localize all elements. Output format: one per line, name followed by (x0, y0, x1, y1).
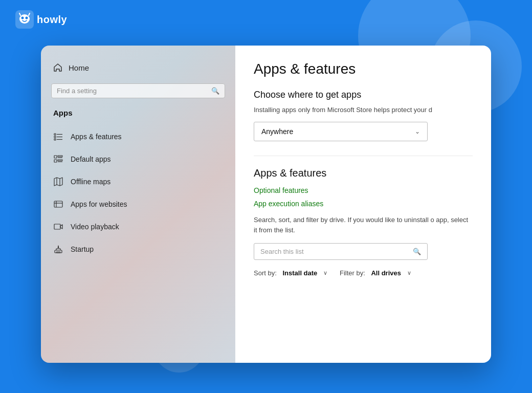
sidebar-item-offline-maps[interactable]: Offline maps (41, 170, 235, 193)
dropdown-chevron-icon: ⌄ (415, 128, 420, 135)
apps-websites-icon (53, 199, 63, 209)
filter-by-value: All drives (371, 269, 401, 277)
main-content: Apps & features Choose where to get apps… (235, 46, 491, 363)
sidebar-item-apps-websites[interactable]: Apps for websites (41, 193, 235, 215)
filter-by-label: Filter by: (340, 269, 365, 277)
search-list-icon: 🔍 (413, 248, 421, 255)
svg-rect-10 (54, 156, 57, 158)
page-title: Apps & features (254, 61, 473, 77)
settings-search-input[interactable] (57, 87, 207, 95)
settings-search-box[interactable]: 🔍 (51, 83, 225, 98)
sidebar-item-offline-maps-label: Offline maps (71, 178, 110, 186)
svg-rect-24 (56, 252, 60, 253)
optional-features-link[interactable]: Optional features (254, 186, 473, 194)
search-list-input[interactable] (260, 248, 409, 255)
search-sort-filter-description: Search, sort, and filter by drive. If yo… (254, 215, 473, 235)
svg-rect-13 (54, 160, 57, 162)
apps-source-dropdown[interactable]: Anywhere ⌄ (254, 122, 428, 141)
sidebar-item-startup[interactable]: Startup (41, 238, 235, 260)
section-divider (254, 156, 473, 156)
svg-rect-19 (54, 201, 62, 207)
howly-logo-icon (15, 10, 34, 29)
sidebar-item-apps-features[interactable]: Apps & features (41, 125, 235, 148)
sort-by-label: Sort by: (254, 269, 277, 277)
top-bar: howly (15, 10, 67, 29)
home-label: Home (69, 63, 89, 72)
choose-where-title: Choose where to get apps (254, 90, 473, 100)
svg-rect-8 (54, 139, 56, 140)
search-list-box[interactable]: 🔍 (254, 243, 428, 260)
sidebar-item-startup-label: Startup (71, 245, 94, 253)
offline-maps-icon (53, 177, 63, 187)
home-icon (53, 63, 62, 72)
apps-features-icon (53, 132, 63, 142)
video-playback-icon (53, 222, 63, 232)
apps-features-section-title: Apps & features (254, 167, 473, 179)
svg-rect-6 (54, 136, 56, 138)
svg-point-3 (26, 17, 28, 19)
sidebar-item-video-playback-label: Video playback (71, 223, 119, 231)
howly-logo: howly (15, 10, 67, 29)
apps-source-value: Anywhere (261, 127, 293, 136)
sort-by-control[interactable]: Sort by: Install date ∨ (254, 269, 327, 277)
svg-rect-22 (54, 224, 60, 229)
svg-rect-4 (54, 134, 56, 135)
filter-row: Sort by: Install date ∨ Filter by: All d… (254, 269, 473, 277)
sort-by-value: Install date (282, 269, 317, 277)
svg-point-2 (21, 17, 24, 19)
sidebar-item-video-playback[interactable]: Video playback (41, 215, 235, 238)
brand-name: howly (37, 14, 67, 26)
main-window: Home 🔍 Apps Apps & features (41, 46, 491, 363)
sidebar-item-home[interactable]: Home (41, 58, 235, 77)
svg-rect-11 (58, 156, 62, 157)
sort-chevron-icon: ∨ (323, 270, 327, 276)
sidebar-item-apps-websites-label: Apps for websites (71, 200, 127, 208)
filter-chevron-icon: ∨ (407, 270, 411, 276)
default-apps-icon (53, 154, 63, 164)
startup-icon (53, 244, 63, 254)
sidebar-item-default-apps-label: Default apps (71, 155, 111, 163)
filter-by-control[interactable]: Filter by: All drives ∨ (340, 269, 411, 277)
app-execution-aliases-link[interactable]: App execution aliases (254, 200, 473, 208)
svg-point-1 (19, 14, 30, 24)
search-icon: 🔍 (211, 87, 219, 95)
apps-section-label: Apps (41, 108, 235, 125)
sidebar-item-apps-features-label: Apps & features (71, 133, 122, 141)
sidebar: Home 🔍 Apps Apps & features (41, 46, 235, 363)
svg-rect-14 (58, 160, 62, 161)
choose-where-description: Installing apps only from Microsoft Stor… (254, 105, 473, 115)
sidebar-item-default-apps[interactable]: Default apps (41, 148, 235, 170)
svg-marker-16 (54, 178, 62, 186)
